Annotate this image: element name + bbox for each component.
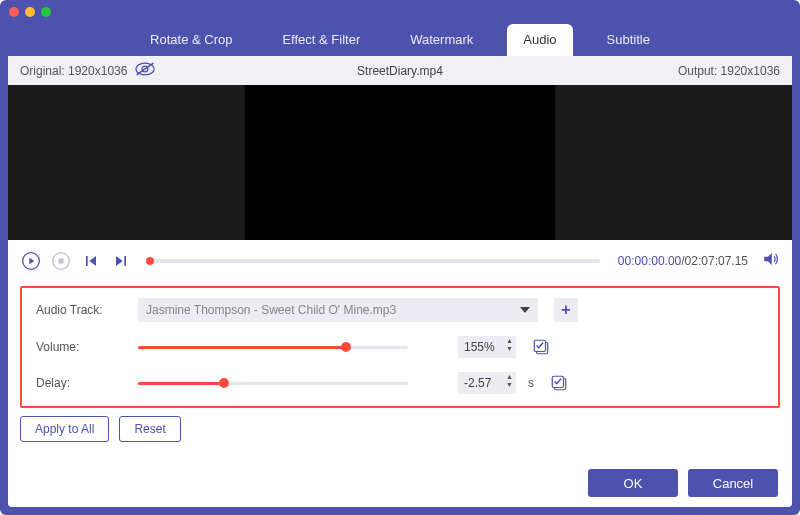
minimize-window-button[interactable] — [25, 7, 35, 17]
stop-button[interactable] — [50, 250, 72, 272]
delay-unit: s — [528, 376, 534, 390]
video-header-bar: Original: 1920x1036 StreetDiary.mp4 Outp… — [8, 56, 792, 85]
delay-value: -2.57 — [464, 376, 491, 390]
seek-slider[interactable] — [150, 259, 600, 263]
delay-slider[interactable] — [138, 382, 408, 385]
volume-label: Volume: — [36, 340, 126, 354]
video-frame — [245, 85, 555, 240]
svg-marker-4 — [29, 258, 34, 265]
transport-bar: 00:00:00.00/02:07:07.15 — [8, 240, 792, 282]
delay-down-arrow[interactable]: ▼ — [506, 381, 513, 389]
original-resolution-label: Original: 1920x1036 — [20, 64, 127, 78]
chevron-down-icon — [520, 307, 530, 313]
svg-marker-11 — [764, 253, 772, 265]
tab-audio[interactable]: Audio — [507, 24, 572, 56]
video-preview-area — [8, 85, 792, 240]
action-row: Apply to All Reset — [8, 416, 792, 442]
close-window-button[interactable] — [9, 7, 19, 17]
delay-slider-knob[interactable] — [219, 378, 229, 388]
maximize-window-button[interactable] — [41, 7, 51, 17]
app-window: Rotate & Crop Effect & Filter Watermark … — [0, 0, 800, 515]
total-time: /02:07:07.15 — [681, 254, 748, 268]
svg-marker-9 — [116, 256, 123, 266]
audio-settings-panel: Audio Track: Jasmine Thompson - Sweet Ch… — [20, 286, 780, 408]
svg-rect-10 — [124, 256, 126, 266]
tabs: Rotate & Crop Effect & Filter Watermark … — [0, 16, 800, 56]
svg-marker-8 — [89, 256, 96, 266]
delay-apply-button[interactable] — [548, 372, 570, 394]
delay-label: Delay: — [36, 376, 126, 390]
tab-rotate-crop[interactable]: Rotate & Crop — [134, 24, 248, 56]
cancel-button[interactable]: Cancel — [688, 469, 778, 497]
audio-track-select[interactable]: Jasmine Thompson - Sweet Child O' Mine.m… — [138, 298, 538, 322]
elapsed-time: 00:00:00.00 — [618, 254, 681, 268]
volume-slider-knob[interactable] — [341, 342, 351, 352]
volume-icon[interactable] — [762, 250, 780, 272]
volume-slider[interactable] — [138, 346, 408, 349]
play-button[interactable] — [20, 250, 42, 272]
output-resolution-label: Output: 1920x1036 — [678, 64, 780, 78]
audio-track-row: Audio Track: Jasmine Thompson - Sweet Ch… — [36, 298, 764, 322]
filename-label: StreetDiary.mp4 — [357, 64, 443, 78]
preview-toggle-icon[interactable] — [135, 62, 155, 79]
footer-buttons: OK Cancel — [588, 469, 778, 497]
apply-to-all-button[interactable]: Apply to All — [20, 416, 109, 442]
add-audio-track-button[interactable]: + — [554, 298, 578, 322]
seek-handle[interactable] — [146, 257, 154, 265]
timecode: 00:00:00.00/02:07:07.15 — [618, 254, 748, 268]
ok-button[interactable]: OK — [588, 469, 678, 497]
volume-row: Volume: 155% ▲▼ — [36, 336, 764, 358]
tab-watermark[interactable]: Watermark — [394, 24, 489, 56]
reset-button[interactable]: Reset — [119, 416, 180, 442]
delay-row: Delay: -2.57 ▲▼ s — [36, 372, 764, 394]
tab-effect-filter[interactable]: Effect & Filter — [266, 24, 376, 56]
tab-subtitle[interactable]: Subtitle — [591, 24, 666, 56]
titlebar — [0, 0, 800, 16]
volume-stepper[interactable]: 155% ▲▼ — [458, 336, 516, 358]
content-panel: Original: 1920x1036 StreetDiary.mp4 Outp… — [8, 56, 792, 507]
next-frame-button[interactable] — [110, 250, 132, 272]
audio-track-value: Jasmine Thompson - Sweet Child O' Mine.m… — [146, 303, 396, 317]
prev-frame-button[interactable] — [80, 250, 102, 272]
delay-up-arrow[interactable]: ▲ — [506, 373, 513, 381]
volume-apply-button[interactable] — [530, 336, 552, 358]
delay-stepper[interactable]: -2.57 ▲▼ — [458, 372, 516, 394]
svg-rect-6 — [59, 259, 64, 264]
volume-value: 155% — [464, 340, 495, 354]
volume-down-arrow[interactable]: ▼ — [506, 345, 513, 353]
volume-up-arrow[interactable]: ▲ — [506, 337, 513, 345]
audio-track-label: Audio Track: — [36, 303, 126, 317]
svg-rect-7 — [86, 256, 88, 266]
